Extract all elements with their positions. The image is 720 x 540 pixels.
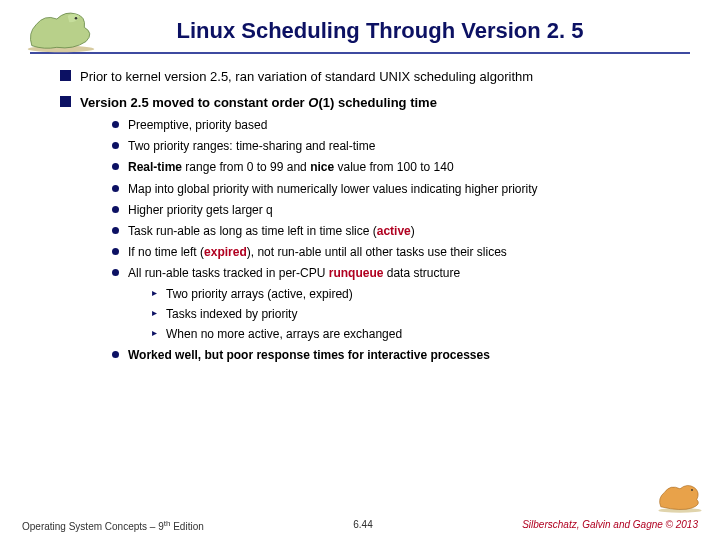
subsub-2: Tasks indexed by priority	[152, 306, 686, 322]
dinosaur-icon-bottom	[650, 478, 710, 514]
slide-content: Prior to kernel version 2.5, ran variati…	[0, 54, 720, 363]
sub-2: Two priority ranges: time-sharing and re…	[112, 138, 686, 154]
bullet-2: Version 2.5 moved to constant order O(1)…	[60, 94, 686, 364]
footer-right: Silberschatz, Galvin and Gagne © 2013	[522, 519, 698, 532]
subsub-3: When no more active, arrays are exchange…	[152, 326, 686, 342]
slide-title: Linux Scheduling Through Version 2. 5	[40, 0, 720, 52]
sub-7: If no time left (expired), not run-able …	[112, 244, 686, 260]
sub-5: Higher priority gets larger q	[112, 202, 686, 218]
svg-point-1	[75, 17, 78, 20]
svg-point-3	[691, 489, 693, 491]
dinosaur-icon-top	[18, 4, 104, 54]
bullet-2-text: Version 2.5 moved to constant order O(1)…	[80, 95, 437, 110]
sub-6: Task run-able as long as time left in ti…	[112, 223, 686, 239]
footer: Operating System Concepts – 9th Edition …	[0, 519, 720, 532]
subsub-1: Two priority arrays (active, expired)	[152, 286, 686, 302]
sub-4: Map into global priority with numericall…	[112, 181, 686, 197]
footer-center: 6.44	[353, 519, 372, 532]
sub-8: All run-able tasks tracked in per-CPU ru…	[112, 265, 686, 342]
sub-1: Preemptive, priority based	[112, 117, 686, 133]
bullet-1: Prior to kernel version 2.5, ran variati…	[60, 68, 686, 86]
sub-9: Worked well, but poor response times for…	[112, 347, 686, 363]
sub-3: Real-time range from 0 to 99 and nice va…	[112, 159, 686, 175]
footer-left: Operating System Concepts – 9th Edition	[22, 519, 204, 532]
